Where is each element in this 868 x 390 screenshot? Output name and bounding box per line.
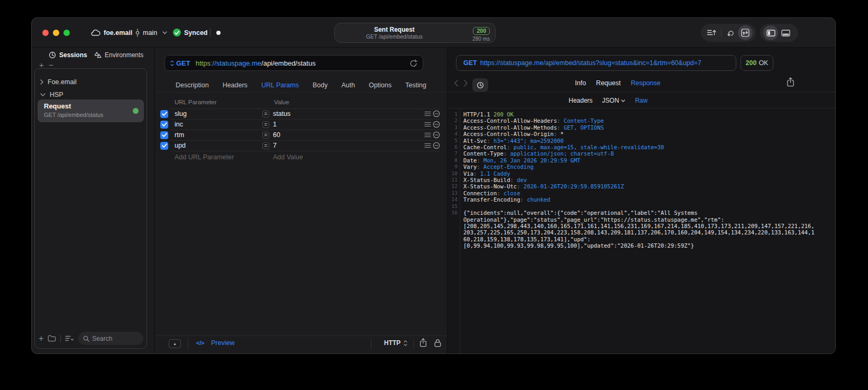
method-stepper-icon[interactable] <box>170 60 174 66</box>
search-field[interactable] <box>78 332 143 345</box>
code-line: 13Connection: close <box>447 190 834 196</box>
collapse-editor-button[interactable]: ▲ <box>169 339 181 348</box>
share-icon[interactable] <box>419 338 427 347</box>
param-name[interactable]: rtm <box>175 131 184 139</box>
sidebar-bottom-bar: + <box>39 332 143 345</box>
line-number: 6 <box>447 144 458 150</box>
sessions-panel: Foe.email HSP Request GET /api/embed/sta… <box>34 68 147 349</box>
param-name[interactable]: upd <box>175 142 186 149</box>
param-name[interactable]: inc <box>175 121 183 128</box>
send-request-button[interactable] <box>738 25 753 40</box>
remove-param-button[interactable] <box>433 110 440 117</box>
line-number: 9 <box>447 164 458 170</box>
param-enabled-checkbox[interactable] <box>160 121 168 129</box>
request-item-title: Request <box>44 102 71 110</box>
drag-handle-icon[interactable] <box>424 122 431 127</box>
add-param-placeholder[interactable]: Add URL Parameter <box>175 153 234 161</box>
param-name[interactable]: slug <box>175 110 187 117</box>
export-response-button[interactable] <box>787 77 794 87</box>
search-input[interactable] <box>92 335 134 342</box>
bottom-bar-separator <box>60 334 61 342</box>
tab-headers[interactable]: Headers <box>223 81 248 89</box>
branch-name: main <box>143 29 157 37</box>
protocol-selector[interactable]: HTTP <box>384 339 400 347</box>
param-value[interactable]: status <box>273 110 290 117</box>
request-list-item-selected[interactable]: Request GET /api/embed/status <box>38 99 144 122</box>
request-url-bar[interactable]: GET https://statuspage.me/api/embed/stat… <box>165 55 423 71</box>
code-line: 3Access-Control-Allow-Methods: GET, OPTI… <box>447 124 834 131</box>
response-body[interactable]: 1HTTP/1.1 200 OK2Access-Control-Allow-He… <box>447 111 834 249</box>
remove-param-button[interactable] <box>433 131 440 139</box>
lock-icon[interactable] <box>434 339 441 347</box>
param-value[interactable]: 1 <box>273 121 277 128</box>
drag-handle-icon[interactable] <box>424 143 431 148</box>
tab-body[interactable]: Body <box>313 81 328 89</box>
param-enabled-checkbox[interactable] <box>160 110 168 118</box>
view-tab-json[interactable]: JSON <box>602 97 625 104</box>
param-enabled-checkbox[interactable] <box>160 131 168 139</box>
remove-param-button[interactable] <box>433 142 440 149</box>
tree-item-hsp[interactable]: HSP <box>40 91 63 98</box>
request-footer-bar: ▲ </> Preview HTTP <box>155 335 447 354</box>
request-tabs: Description Headers URL Params Body Auth… <box>155 78 447 92</box>
close-button[interactable] <box>42 30 49 36</box>
param-row: slug=status <box>155 108 447 119</box>
param-value[interactable]: 7 <box>273 142 277 149</box>
clock-icon <box>49 51 56 59</box>
tab-info[interactable]: Info <box>575 79 586 87</box>
branch-switcher[interactable]: main <box>135 18 167 47</box>
remove-param-button[interactable] <box>433 121 440 128</box>
code-line: 6Cache-Control: public, max-age=15, stal… <box>447 144 834 150</box>
response-tabs: Info Request Response <box>575 79 661 87</box>
remove-session-button[interactable]: − <box>49 61 53 69</box>
add-session-button[interactable]: + <box>39 61 44 69</box>
request-success-dot <box>133 108 139 114</box>
request-summary-pill[interactable]: Sent Request GET /api/embed/status 200 2… <box>334 23 496 43</box>
response-view-tabs: Headers JSON Raw <box>569 97 647 104</box>
chevron-down-icon <box>40 93 45 96</box>
param-row: rtm=60 <box>155 130 447 140</box>
sort-filter-button[interactable] <box>65 335 74 341</box>
drag-handle-icon[interactable] <box>424 111 431 116</box>
view-tab-raw[interactable]: Raw <box>635 97 647 104</box>
view-tab-headers[interactable]: Headers <box>569 97 592 104</box>
tab-url-params[interactable]: URL Params <box>261 81 299 89</box>
new-folder-button[interactable] <box>48 335 56 342</box>
drag-handle-icon[interactable] <box>424 132 431 138</box>
resend-button[interactable] <box>410 59 417 67</box>
history-button[interactable] <box>472 78 488 92</box>
tab-testing[interactable]: Testing <box>405 81 426 89</box>
toggle-sidebar-button[interactable] <box>763 25 778 40</box>
code-line: 2Access-Control-Allow-Headers: Content-T… <box>447 117 834 124</box>
param-enabled-checkbox[interactable] <box>160 142 168 150</box>
history-forward-button[interactable] <box>463 79 468 87</box>
toggle-bottom-panel-button[interactable] <box>778 25 793 40</box>
tab-description[interactable]: Description <box>176 81 209 89</box>
project-switcher[interactable]: foe.email <box>91 18 132 47</box>
preview-button[interactable]: Preview <box>211 339 234 347</box>
tab-request[interactable]: Request <box>596 79 621 87</box>
line-text: 203,257,225,165,250,173,204,223,158,208,… <box>463 229 815 235</box>
tab-environments[interactable]: Environments <box>94 51 143 59</box>
import-export-button[interactable] <box>704 25 719 40</box>
add-value-placeholder[interactable]: Add Value <box>273 153 303 161</box>
zoom-button[interactable] <box>63 30 70 36</box>
bottom-panel-icon <box>781 30 790 37</box>
tab-sessions[interactable]: Sessions <box>49 51 87 59</box>
tree-item-foe-email[interactable]: Foe.email <box>40 78 77 86</box>
tab-response[interactable]: Response <box>631 79 660 87</box>
minimize-button[interactable] <box>53 30 59 36</box>
request-summary-subtitle: GET /api/embed/status <box>366 33 423 40</box>
tab-auth[interactable]: Auth <box>341 81 355 89</box>
line-number: 12 <box>447 183 458 189</box>
param-value[interactable]: 60 <box>273 131 280 139</box>
sync-status[interactable]: Synced <box>173 18 207 47</box>
history-back-button[interactable] <box>454 79 459 87</box>
add-request-button[interactable]: + <box>39 334 43 343</box>
response-url-box[interactable]: GET https://statuspage.me/api/embed/stat… <box>456 55 736 71</box>
footer-separator <box>371 338 371 350</box>
tab-options[interactable]: Options <box>369 81 391 89</box>
line-text: Cache-Control: public, max-age=15, stale… <box>463 144 664 150</box>
request-chain-button[interactable] <box>724 25 738 40</box>
code-line: 15 <box>447 203 834 210</box>
